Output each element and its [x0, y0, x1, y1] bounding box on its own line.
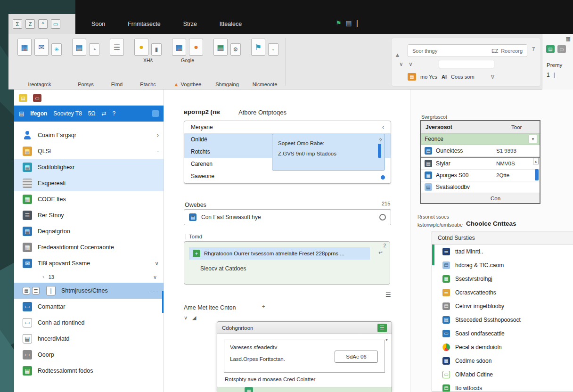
sidebar-item-rodtessalomnt[interactable]: ▤ Rodtessalomnt fodos: [14, 363, 164, 379]
sidebar-item-sodiloblighexr[interactable]: ▤ Sodiloblighexr: [14, 159, 164, 175]
list-item[interactable]: ▤ hdcrag & TfC.caom: [432, 258, 573, 272]
filter-label2[interactable]: Cous som: [451, 74, 475, 80]
mail-icon[interactable]: ✉: [34, 39, 49, 56]
gear-icon[interactable]: ⚙: [230, 43, 241, 56]
list-item[interactable]: ▭ OlMabd Cdtine: [432, 368, 573, 381]
list-item[interactable]: ▤ Stseceded Sssthopoosoct: [432, 313, 573, 327]
table-cell-name: Feonce: [425, 136, 443, 142]
funnel-icon[interactable]: ∇: [491, 74, 494, 80]
sheet-icon: ▦: [245, 387, 253, 392]
list-item[interactable]: ☰ ttad Minrtl..: [432, 245, 573, 258]
result-row-secondary[interactable]: Sieocv at Catdoes: [200, 265, 246, 272]
chevron-down-icon[interactable]: ∨: [399, 61, 403, 67]
swap-icon[interactable]: ⇄: [101, 110, 106, 117]
sidebar-item-cooeltes[interactable]: ▦ COOE ltes: [14, 191, 164, 207]
scroll-up-icon[interactable]: ▴: [533, 158, 539, 164]
sidebar-item-contacts[interactable]: Coaim Fsrgsqr ›: [14, 127, 164, 143]
search-input[interactable]: Soor thngy EZ Roereorg: [408, 44, 527, 57]
dropdown-toggle[interactable]: ▾: [529, 135, 537, 143]
sidebar-item-ooorp[interactable]: ▭ Ooorp: [14, 347, 164, 363]
sparkle-icon[interactable]: ✳: [51, 43, 62, 56]
sidebar-item-fredeastdiomnt[interactable]: ▦ Fredeastdiomnt Coceroaonte: [14, 239, 164, 255]
count-badge: 2: [383, 243, 386, 248]
hamburger-icon[interactable]: ☰: [385, 291, 391, 298]
key-icon[interactable]: ●: [134, 39, 148, 56]
list-item[interactable]: Pecal a demdoioln: [432, 340, 573, 354]
notebook-icon[interactable]: ▭: [33, 94, 41, 102]
plus-icon[interactable]: +: [262, 303, 265, 309]
list-item[interactable]: ▤ Cetnvr irngetblooby: [432, 299, 573, 313]
list-icon: ☰: [32, 287, 40, 294]
grid-icon[interactable]: ▦: [408, 73, 416, 81]
dropdown-option-saweone[interactable]: Saweone: [184, 170, 391, 182]
file-field[interactable]: ▤ Con Fasl Smwasoft hye: [184, 209, 391, 225]
flag-icon[interactable]: ⚑: [336, 20, 342, 26]
secondary-input[interactable]: [439, 60, 494, 68]
sidebar-item-conh[interactable]: ▭ Conh ad rtontlned: [14, 315, 164, 331]
folder-icon[interactable]: ▤: [19, 94, 27, 102]
chart-icon: ▤: [23, 227, 32, 236]
table-row-aporges[interactable]: ▦ Aporges S00 2Qtte: [421, 170, 540, 181]
sidebar-item-deqnatgrtoo[interactable]: ▤ Deqnatgrtoo: [14, 223, 164, 239]
sum-icon[interactable]: Σ: [13, 19, 22, 29]
dialog-titlebar[interactable]: Cdohgnrtoon ☰: [217, 322, 392, 334]
help-icon[interactable]: ?: [113, 110, 116, 117]
list-item[interactable]: ▦ Ssestvrstrolhgj: [432, 272, 573, 286]
filter-label[interactable]: mo Yes: [420, 74, 437, 80]
page-icon[interactable]: ▭: [557, 45, 566, 53]
lock-icon[interactable]: ▮: [151, 43, 162, 56]
expand-icon[interactable]: ▦: [566, 36, 571, 42]
sources-list-header[interactable]: Cotnd Sursties: [432, 231, 573, 245]
dot-icon[interactable]: ◦: [268, 43, 278, 56]
flag-icon[interactable]: ⚑: [251, 39, 265, 56]
result-row-selected[interactable]: + Rhgratooon Ourrer tvsessom atmelalte F…: [189, 247, 370, 260]
document-icon[interactable]: ▤: [72, 39, 86, 56]
dialog-line1: Varesess sfeadedtv: [230, 344, 277, 350]
dropdown-option-meryane[interactable]: Meryane ‹: [184, 121, 391, 133]
window-icon[interactable]: ▭: [51, 19, 60, 29]
list-item[interactable]: ▦ Codlme sdoon: [432, 354, 573, 368]
premy-label[interactable]: Premy: [547, 62, 562, 68]
check-icon[interactable]: ∨: [184, 315, 188, 321]
list-item[interactable]: ▭ Soasl ondfasecattle: [432, 327, 573, 340]
sheet-icon[interactable]: ▤: [213, 39, 228, 56]
document-icon[interactable]: ▤: [346, 20, 352, 26]
refresh-ring-icon[interactable]: [379, 214, 386, 220]
sidebar-item-tl8-apovard[interactable]: ✉ Tl8ł apovard Ssame ∨: [14, 255, 164, 271]
chevron-down-icon[interactable]: ▾: [385, 337, 388, 342]
scrollbar-thumb[interactable]: [378, 144, 381, 158]
sidebar-subitem-13[interactable]: ◔ 13 ∨: [14, 271, 164, 283]
sidebar-item-esqpereali[interactable]: Esqpereali: [14, 175, 164, 191]
sidebar-item-hncerdivlatd[interactable]: ▤ hncerdivlatd: [14, 331, 164, 347]
menu-strze[interactable]: Strze: [183, 21, 197, 27]
menu-soon[interactable]: Soon: [91, 21, 105, 27]
dialog-green-button[interactable]: ☰: [377, 324, 387, 332]
clock-icon[interactable]: ◔: [89, 43, 99, 56]
sidebar-item-shtmjruses-selected[interactable]: ▦ ☰ | Shtmjruses/Ctnes ......: [14, 283, 164, 299]
sidebar-item-qls[interactable]: ▤ QLSł ◦: [14, 143, 164, 159]
sidebar-scrollbar[interactable]: [162, 291, 164, 313]
list-icon[interactable]: ☰: [110, 39, 124, 56]
dialog-action-button[interactable]: SdAc 06: [335, 351, 378, 363]
person-icon[interactable]: ●: [189, 39, 203, 56]
calendar-icon[interactable]: ▦: [17, 39, 32, 56]
table-row-ounektess[interactable]: ▤ Ounektess S1 9393: [421, 145, 540, 157]
sidebar-item-rerstnoy[interactable]: ☰ Rer Stnoy: [14, 207, 164, 223]
table-scrollbar-thumb[interactable]: [535, 169, 539, 180]
up-icon[interactable]: ^: [38, 19, 48, 29]
list-item[interactable]: ▤ Ito wtfocds: [432, 381, 573, 392]
grid-icon[interactable]: ▦: [172, 39, 186, 56]
table-row-svatsaloodbv[interactable]: ▤ Svatsaloodbv: [421, 181, 540, 193]
menu-frnmtasecte[interactable]: Frnmtasecte: [128, 21, 160, 27]
table-row-feonce[interactable]: Feonce ▾: [421, 133, 540, 145]
corner-icon[interactable]: ◢: [192, 315, 196, 321]
list-item[interactable]: ☰ Ocrasvcatteoths: [432, 286, 573, 299]
list-item-label: Ito wtfocds: [455, 385, 482, 392]
undo-icon[interactable]: Z: [25, 19, 35, 29]
sidebar-item-comanttar[interactable]: ▭ Comanttar: [14, 299, 164, 315]
menu-ittealece[interactable]: Ittealece: [220, 21, 242, 27]
chevron-down-icon[interactable]: ∨: [409, 61, 413, 67]
sidebar-header[interactable]: ▤ Ifegon Soovtey T8 5Ω ⇄ ?: [14, 106, 164, 122]
table-row-styiar[interactable]: ▤ Styiar NMV0S: [421, 158, 540, 170]
book-icon[interactable]: ▤: [546, 45, 555, 53]
